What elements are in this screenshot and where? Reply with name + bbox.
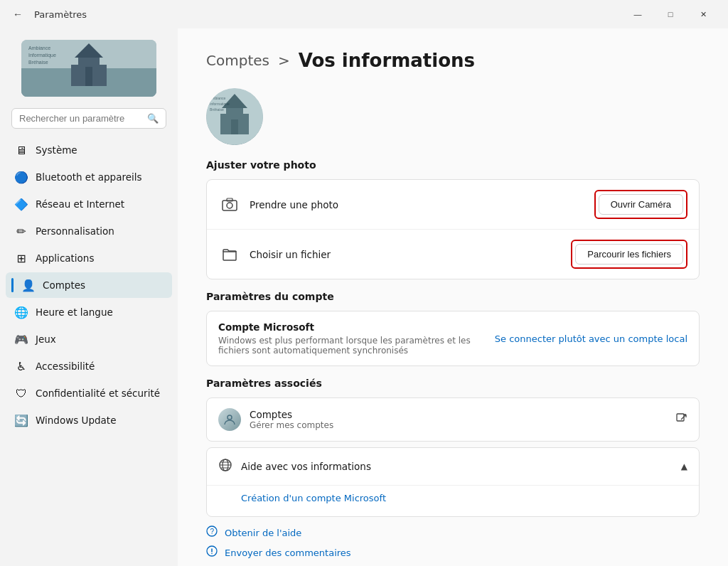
sidebar-item-jeux[interactable]: 🎮 Jeux — [6, 326, 172, 352]
camera-icon — [218, 193, 241, 216]
switch-local-account-link[interactable]: Se connecter plutôt avec un compte local — [495, 333, 687, 344]
footer-links: ? Obtenir de l'aide Envoyer des commenta… — [206, 525, 700, 560]
accessibilite-icon: ♿ — [14, 359, 28, 373]
search-icon: 🔍 — [147, 113, 159, 124]
sidebar-item-label: Windows Update — [36, 415, 116, 426]
sidebar-item-windows-update[interactable]: 🔄 Windows Update — [6, 407, 172, 433]
heure-icon: 🌐 — [14, 305, 28, 319]
active-indicator — [11, 278, 14, 292]
aide-content: Création d'un compte Microsoft — [207, 485, 699, 516]
breadcrumb-parent: Comptes — [206, 52, 269, 69]
sidebar-item-confidentialite[interactable]: 🛡 Confidentialité et sécurité — [6, 380, 172, 406]
svg-point-22 — [228, 415, 232, 420]
browse-files-button[interactable]: Parcourir les fichiers — [575, 244, 683, 265]
svg-point-20 — [227, 203, 232, 208]
folder-icon — [218, 243, 241, 266]
content-area: Comptes > Vos informations Ambiance Info… — [178, 28, 728, 566]
sidebar-item-applications[interactable]: ⊞ Applications — [6, 245, 172, 271]
aide-title: Aide avec vos informations — [241, 461, 673, 472]
external-link-icon — [676, 413, 687, 427]
take-photo-label: Prendre une photo — [250, 199, 594, 210]
adjust-photo-card: Prendre une photo Ouvrir Caméra Choisir … — [206, 179, 700, 279]
feedback-icon — [206, 545, 218, 560]
adjust-photo-title: Ajuster votre photo — [206, 159, 700, 171]
comptes-assoc-icon — [218, 408, 241, 431]
sidebar-item-label: Bluetooth et appareils — [36, 171, 142, 183]
confidentialite-icon: 🛡 — [14, 386, 28, 400]
svg-text:?: ? — [210, 528, 215, 535]
comptes-icon: 👤 — [21, 278, 36, 292]
close-button[interactable]: ✕ — [687, 3, 719, 26]
take-photo-row: Prendre une photo Ouvrir Caméra — [207, 180, 699, 230]
create-microsoft-account-link[interactable]: Création d'un compte Microsoft — [241, 488, 687, 508]
main-layout: Ambiance Informatique Bréhaise 🔍 🖥 Systè… — [0, 28, 728, 566]
microsoft-account-desc: Windows est plus performant lorsque les … — [218, 336, 495, 356]
sidebar-item-label: Comptes — [43, 279, 85, 291]
personnalisation-icon: ✏️ — [14, 224, 28, 238]
bluetooth-icon: 🔵 — [14, 170, 28, 184]
search-box: 🔍 — [11, 108, 166, 129]
comptes-assoc-sub: Gérer mes comptes — [250, 420, 333, 430]
windows-update-icon: 🔄 — [14, 413, 28, 427]
sidebar-item-label: Confidentialité et sécurité — [36, 388, 160, 399]
svg-text:Bréhaise: Bréhaise — [210, 107, 224, 112]
user-avatar-banner: Ambiance Informatique Bréhaise — [21, 40, 156, 97]
search-container: 🔍 — [0, 105, 178, 137]
window-controls: — □ ✕ — [621, 3, 719, 26]
sidebar-item-label: Jeux — [36, 333, 56, 345]
sidebar-item-label: Accessibilité — [36, 361, 95, 372]
app-title: Paramètres — [34, 9, 87, 20]
sidebar-item-bluetooth[interactable]: 🔵 Bluetooth et appareils — [6, 164, 172, 190]
maximize-button[interactable]: □ — [654, 3, 687, 26]
breadcrumb-separator: > — [278, 52, 290, 69]
svg-text:Informatique: Informatique — [28, 53, 56, 58]
svg-rect-14 — [220, 114, 231, 134]
take-photo-action: Ouvrir Caméra — [594, 190, 687, 219]
help-link-item[interactable]: ? Obtenir de l'aide — [206, 525, 700, 540]
sidebar-item-comptes[interactable]: 👤 Comptes — [6, 272, 172, 298]
sidebar-item-systeme[interactable]: 🖥 Système — [6, 137, 172, 163]
feedback-link-item[interactable]: Envoyer des commentaires — [206, 545, 700, 560]
choose-file-row: Choisir un fichier Parcourir les fichier… — [207, 230, 699, 279]
svg-rect-4 — [84, 67, 94, 86]
open-camera-button[interactable]: Ouvrir Caméra — [599, 194, 683, 215]
aide-card: Aide avec vos informations ▲ Création d'… — [206, 447, 700, 517]
sidebar-item-personnalisation[interactable]: ✏️ Personnalisation — [6, 218, 172, 244]
minimize-button[interactable]: — — [621, 3, 654, 26]
comptes-assoc-card: Comptes Gérer mes comptes — [206, 397, 700, 442]
sidebar-item-label: Réseau et Internet — [36, 198, 124, 210]
sidebar-item-reseau[interactable]: 🔷 Réseau et Internet — [6, 191, 172, 217]
aide-globe-icon — [218, 458, 232, 475]
sidebar: Ambiance Informatique Bréhaise 🔍 🖥 Systè… — [0, 28, 178, 566]
svg-rect-15 — [238, 114, 249, 134]
svg-text:Ambiance: Ambiance — [210, 96, 225, 100]
title-bar: ← Paramètres — □ ✕ — [0, 0, 728, 28]
microsoft-account-card: Compte Microsoft Windows est plus perfor… — [206, 311, 700, 366]
account-settings-title: Paramètres du compte — [206, 291, 700, 302]
choose-file-action: Parcourir les fichiers — [571, 240, 687, 269]
aide-header[interactable]: Aide avec vos informations ▲ — [207, 448, 699, 485]
svg-rect-19 — [223, 201, 237, 210]
help-link-text: Obtenir de l'aide — [225, 528, 301, 538]
choose-file-label: Choisir un fichier — [250, 249, 571, 260]
microsoft-account-title: Compte Microsoft — [218, 321, 495, 333]
back-button[interactable]: ← — [9, 6, 27, 23]
svg-rect-5 — [71, 65, 85, 86]
sidebar-item-label: Système — [36, 144, 77, 156]
comptes-assoc-title: Comptes — [250, 409, 333, 420]
sidebar-item-accessibilite[interactable]: ♿ Accessibilité — [6, 353, 172, 379]
svg-text:Ambiance: Ambiance — [28, 46, 50, 50]
sidebar-item-label: Personnalisation — [36, 225, 114, 237]
svg-text:Informatique: Informatique — [210, 102, 230, 106]
search-input[interactable] — [19, 113, 141, 124]
sidebar-item-label: Applications — [36, 252, 94, 264]
sidebar-item-label: Heure et langue — [36, 306, 113, 318]
avatar-image: Ambiance Informatique Bréhaise — [21, 40, 156, 97]
systeme-icon: 🖥 — [14, 143, 28, 157]
chevron-up-icon: ▲ — [681, 461, 687, 471]
sidebar-item-heure[interactable]: 🌐 Heure et langue — [6, 299, 172, 325]
jeux-icon: 🎮 — [14, 332, 28, 346]
profile-avatar-image: Ambiance Informatique Bréhaise — [206, 88, 263, 145]
svg-rect-13 — [230, 119, 240, 134]
applications-icon: ⊞ — [14, 251, 28, 265]
